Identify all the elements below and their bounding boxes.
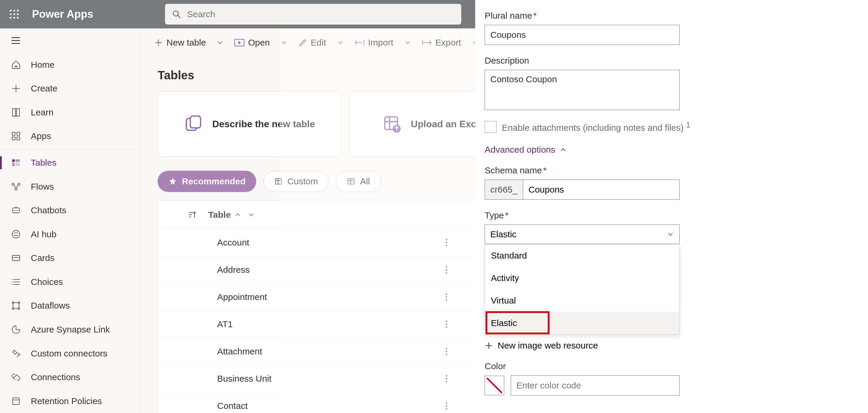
nav-item-retention[interactable]: Retention Policies [0, 389, 140, 413]
svg-rect-27 [13, 208, 20, 213]
nav-item-dataflows[interactable]: Dataflows [0, 294, 140, 318]
plus-icon [485, 341, 493, 350]
svg-point-87 [446, 378, 447, 379]
left-nav: Home Create Learn Apps Tables Flows Chat… [0, 28, 140, 413]
apps-icon [11, 131, 21, 141]
cmd-open[interactable]: Open [231, 28, 273, 57]
filter-custom[interactable]: Custom [264, 171, 329, 192]
filter-all[interactable]: All [336, 171, 381, 192]
input-schema-name[interactable] [523, 180, 680, 200]
nav-item-chatbots[interactable]: Chatbots [0, 199, 140, 222]
label-color: Color [485, 361, 860, 371]
row-more-button[interactable] [445, 402, 447, 410]
svg-point-91 [446, 408, 447, 410]
color-swatch[interactable] [485, 376, 504, 395]
cmd-open-dropdown[interactable] [279, 39, 289, 46]
nav-item-create[interactable]: Create [0, 77, 140, 101]
nav-item-choices[interactable]: Choices [0, 270, 140, 294]
search-input[interactable] [187, 9, 454, 19]
nav-item-home[interactable]: Home [0, 53, 140, 77]
nav-item-cards[interactable]: Cards [0, 246, 140, 270]
global-search[interactable] [165, 4, 461, 25]
svg-point-9 [173, 11, 179, 16]
row-more-button[interactable] [445, 320, 447, 329]
cmd-new-table-dropdown[interactable] [215, 39, 225, 46]
table-row[interactable]: Attachmentac [158, 338, 525, 365]
table-row[interactable]: Appointmentap [158, 283, 525, 311]
row-more-button[interactable] [445, 347, 447, 356]
nav-item-learn[interactable]: Learn [0, 101, 140, 125]
chevron-up-icon [560, 146, 567, 153]
nav-collapse-button[interactable] [0, 28, 140, 53]
nav-item-connections[interactable]: Connections [0, 365, 140, 389]
row-more-button[interactable] [445, 292, 447, 302]
cmd-export[interactable]: Export [418, 28, 465, 57]
table-header-row: Table N [158, 201, 525, 229]
nav-item-flows[interactable]: Flows [0, 175, 140, 199]
type-option-virtual[interactable]: Virtual [485, 289, 679, 312]
col-header-table[interactable]: Table [208, 210, 254, 220]
new-image-web-resource-button[interactable]: New image web resource [485, 341, 860, 351]
new-image-label: New image web resource [498, 341, 598, 351]
nav-label: Cards [31, 253, 55, 263]
svg-rect-55 [190, 116, 200, 128]
table-row[interactable]: AT1cr [158, 311, 525, 338]
more-vertical-icon [445, 265, 447, 274]
checkbox-enable-attachments[interactable] [485, 121, 497, 133]
svg-point-78 [446, 296, 447, 298]
flows-icon [11, 182, 21, 192]
dataflows-icon [11, 301, 21, 311]
hamburger-icon [11, 35, 21, 45]
nav-item-connectors[interactable]: Custom connectors [0, 341, 140, 365]
svg-rect-21 [16, 160, 20, 162]
type-option-activity[interactable]: Activity [485, 267, 679, 289]
input-description[interactable]: Contoso Coupon [485, 70, 680, 110]
cmd-import[interactable]: Import [351, 28, 397, 57]
svg-point-39 [11, 284, 12, 285]
type-option-standard[interactable]: Standard [485, 244, 679, 267]
svg-point-7 [13, 17, 15, 19]
row-more-button[interactable] [445, 265, 447, 274]
upload-excel-icon [382, 114, 401, 133]
select-type[interactable]: Elastic [485, 225, 680, 244]
svg-point-82 [446, 326, 447, 328]
nav-label: Dataflows [31, 301, 70, 311]
input-plural-name[interactable] [485, 25, 680, 45]
cell-name: Account [217, 238, 249, 248]
row-more-button[interactable] [445, 374, 447, 383]
table-row[interactable]: Business Unitbu [158, 365, 525, 392]
nav-item-apps[interactable]: Apps [0, 124, 140, 148]
nav-item-tables[interactable]: Tables [0, 151, 140, 175]
label-schema-name: Schema name* [485, 165, 860, 175]
nav-item-synapse[interactable]: Azure Synapse Link [0, 318, 140, 342]
svg-point-72 [446, 242, 447, 243]
star-icon [168, 177, 177, 186]
waffle-icon [9, 9, 20, 20]
table-row[interactable]: Addresscu [158, 256, 525, 283]
card-describe-table[interactable]: Describe the new table [158, 92, 341, 157]
svg-point-80 [446, 320, 447, 322]
svg-point-28 [14, 210, 16, 211]
svg-point-8 [17, 17, 19, 19]
cmd-edit[interactable]: Edit [295, 28, 330, 57]
filter-recommended[interactable]: Recommended [158, 171, 256, 192]
type-option-elastic[interactable]: Elastic [485, 312, 679, 334]
advanced-options-toggle[interactable]: Advanced options [485, 145, 860, 155]
svg-point-76 [446, 272, 447, 273]
cmd-new-table[interactable]: New table [151, 28, 210, 57]
cmd-import-dropdown[interactable] [403, 39, 412, 46]
svg-rect-32 [12, 255, 20, 261]
table-row[interactable]: Accountac [158, 229, 525, 256]
sort-indicator-icon[interactable] [188, 210, 196, 219]
svg-rect-22 [12, 163, 15, 166]
cmd-edit-dropdown[interactable] [336, 39, 345, 46]
nav-item-aihub[interactable]: AI hub [0, 222, 140, 246]
input-color-code[interactable] [511, 375, 680, 395]
svg-point-3 [10, 13, 11, 15]
row-more-button[interactable] [445, 238, 447, 247]
app-launcher-button[interactable] [0, 0, 28, 28]
table-row[interactable]: Contactco [158, 392, 525, 413]
cmd-label: Export [435, 38, 461, 48]
svg-point-85 [446, 353, 447, 355]
cell-name: Address [217, 265, 250, 275]
